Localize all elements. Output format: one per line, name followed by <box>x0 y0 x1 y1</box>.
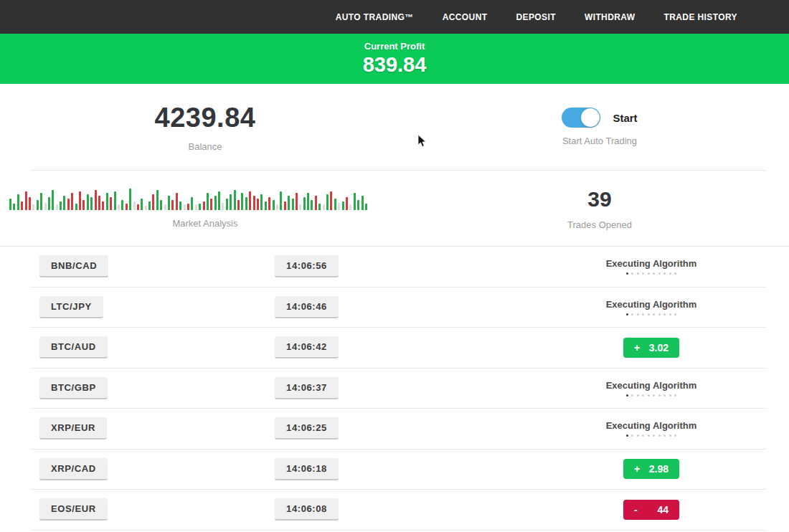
time-chip: 14:06:25 <box>275 417 339 440</box>
current-profit-value: 839.84 <box>363 53 427 77</box>
result-badge: + 2.98 <box>623 459 679 479</box>
trade-row: BTC/AUD 14:06:42 + 3.02 <box>30 328 766 369</box>
pair-chip[interactable]: BTC/AUD <box>39 336 108 358</box>
trade-row: LTC/JPY 14:06:46 Executing Algorithm <box>30 288 766 328</box>
time-chip: 14:06:18 <box>275 458 339 480</box>
nav-auto-trading[interactable]: AUTO TRADING™ <box>336 12 414 22</box>
executing-status: Executing Algorithm <box>558 420 745 437</box>
time-chip: 14:06:56 <box>275 255 339 277</box>
toggle-start-label: Start <box>613 112 637 124</box>
trade-row: BNB/CAD 14:06:56 Executing Algorithm <box>30 247 766 288</box>
trades-list: BNB/CAD 14:06:56 Executing Algorithm LTC… <box>0 246 789 531</box>
result-sign: + <box>634 463 640 475</box>
result-sign: - <box>634 504 638 516</box>
auto-trading-toggle[interactable] <box>562 108 600 128</box>
current-profit-label: Current Profit <box>364 41 425 52</box>
result-badge: - 44 <box>623 500 679 520</box>
pair-chip[interactable]: XRP/EUR <box>39 417 107 440</box>
pair-chip[interactable]: BNB/CAD <box>39 255 108 277</box>
trade-row: EOS/EUR 14:06:08 - 44 <box>30 490 766 531</box>
executing-status: Executing Algorithm <box>558 299 745 315</box>
time-chip: 14:06:46 <box>275 296 339 318</box>
market-analysis-chart <box>9 189 369 210</box>
time-chip: 14:06:37 <box>275 377 339 399</box>
executing-label: Executing Algorithm <box>558 420 745 431</box>
executing-label: Executing Algorithm <box>558 380 745 391</box>
market-analysis-label: Market Analysis <box>172 218 237 229</box>
progress-dots <box>558 434 745 437</box>
executing-status: Executing Algorithm <box>558 380 745 396</box>
pair-chip[interactable]: EOS/EUR <box>39 498 108 521</box>
pair-chip[interactable]: XRP/CAD <box>39 458 108 480</box>
toggle-knob <box>581 108 600 127</box>
time-chip: 14:06:42 <box>275 336 339 358</box>
pair-chip[interactable]: LTC/JPY <box>39 296 103 318</box>
progress-dots <box>558 272 745 275</box>
nav-withdraw[interactable]: WITHDRAW <box>585 12 636 22</box>
trades-opened-label: Trades Opened <box>567 219 632 230</box>
progress-dots <box>558 394 745 396</box>
time-chip: 14:06:08 <box>275 498 339 521</box>
nav-deposit[interactable]: DEPOSIT <box>516 12 555 22</box>
executing-label: Executing Algorithm <box>558 299 745 310</box>
balance-value: 4239.84 <box>155 103 256 133</box>
current-profit-banner: Current Profit 839.84 <box>0 34 789 84</box>
trades-opened-value: 39 <box>587 187 611 212</box>
trade-row: XRP/CAD 14:06:18 + 2.98 <box>30 450 766 490</box>
result-value: 44 <box>657 504 668 516</box>
pair-chip[interactable]: BTC/GBP <box>39 377 108 399</box>
market-analysis-row: Market Analysis 39 Trades Opened <box>0 171 789 246</box>
start-auto-trading-label: Start Auto Trading <box>562 136 637 146</box>
nav-trade-history[interactable]: TRADE HISTORY <box>663 12 737 22</box>
result-sign: + <box>634 342 640 353</box>
trade-row: XRP/EUR 14:06:25 Executing Algorithm <box>30 409 766 450</box>
balance-row: 4239.84 Balance Start Start Auto Trading <box>0 84 789 170</box>
progress-dots <box>558 313 745 315</box>
nav-account[interactable]: ACCOUNT <box>443 12 488 22</box>
result-badge: + 3.02 <box>623 338 679 358</box>
result-value: 3.02 <box>649 342 668 353</box>
result-value: 2.98 <box>649 463 668 475</box>
trade-row: BTC/GBP 14:06:37 Executing Algorithm <box>30 369 766 409</box>
executing-label: Executing Algorithm <box>558 258 745 269</box>
top-navbar: AUTO TRADING™ ACCOUNT DEPOSIT WITHDRAW T… <box>0 0 789 34</box>
balance-label: Balance <box>189 141 222 152</box>
executing-status: Executing Algorithm <box>558 258 745 275</box>
